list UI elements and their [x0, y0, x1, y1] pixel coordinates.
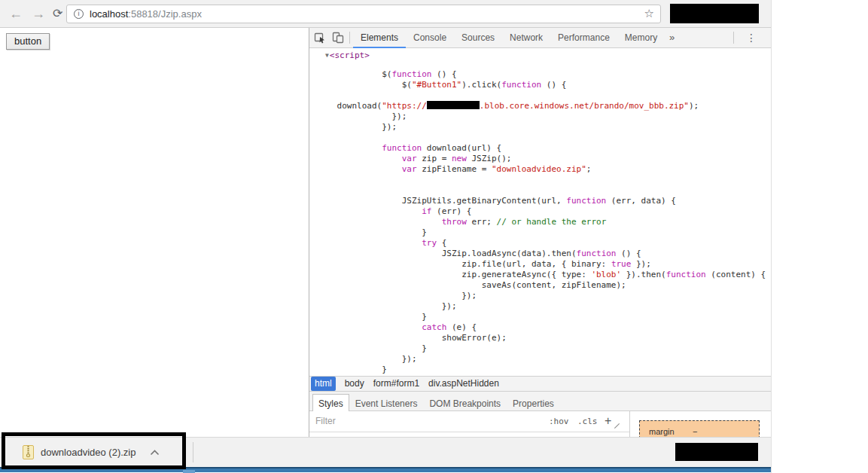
redaction-overlay-showall: [675, 443, 758, 461]
toolbar-separator: [733, 32, 734, 44]
code-line: var zipFilename = "downloadvideo.zip";: [332, 164, 766, 175]
devtools-tabs: ElementsConsoleSourcesNetworkPerformance…: [353, 28, 665, 47]
tab-sources[interactable]: Sources: [454, 28, 502, 47]
browser-toolbar: ← → ⟳ i localhost:58818/Jzip.aspx ☆: [0, 0, 772, 28]
code-line: $("#Button1").click(function () {: [332, 80, 766, 90]
forward-icon[interactable]: →: [32, 5, 45, 23]
url-host: localhost: [90, 8, 128, 20]
code-line: [332, 175, 766, 185]
tab-memory[interactable]: Memory: [617, 28, 665, 47]
shelf-separator: [193, 442, 193, 462]
breadcrumb-form-form1[interactable]: form#form1: [373, 377, 419, 391]
code-line: zip.file(url, data, { binary: true });: [332, 259, 766, 270]
tab-performance[interactable]: Performance: [550, 28, 617, 47]
margin-value: −: [693, 427, 697, 436]
code-line: });: [332, 122, 766, 133]
new-style-rule-button[interactable]: +: [605, 411, 611, 431]
reload-icon[interactable]: ⟳: [53, 5, 62, 23]
dom-breadcrumb: htmlbodyform#form1div.aspNetHidden: [309, 376, 772, 392]
page-button[interactable]: button: [6, 33, 50, 50]
styles-filter-row: Filter :hov .cls +: [309, 411, 629, 432]
code-line: });: [332, 301, 766, 312]
code-line: saveAs(content, zipFilename);: [332, 280, 766, 291]
code-line: if (err) {: [332, 206, 766, 217]
code-line: }: [332, 365, 766, 375]
code-line: });: [332, 111, 766, 122]
bookmark-star-icon[interactable]: ☆: [644, 7, 654, 20]
address-bar[interactable]: i localhost:58818/Jzip.aspx ☆: [66, 5, 661, 23]
toggle-hover-state-button[interactable]: :hov: [549, 411, 569, 432]
margin-label: margin: [649, 427, 675, 436]
styles-pane-tabs: StylesEvent ListenersDOM BreakpointsProp…: [309, 392, 772, 411]
tab-console[interactable]: Console: [406, 28, 454, 47]
code-line: $(function () {: [332, 69, 766, 80]
url-text: localhost:58818/Jzip.aspx: [90, 5, 202, 23]
tab-elements[interactable]: Elements: [353, 29, 406, 48]
code-line: });: [332, 291, 766, 301]
code-line: try {: [332, 238, 766, 249]
pane-separator: [629, 411, 630, 437]
devtools-panel: ElementsConsoleSourcesNetworkPerformance…: [309, 28, 772, 437]
back-icon[interactable]: ←: [9, 5, 23, 23]
breadcrumb-body[interactable]: body: [345, 377, 364, 391]
code-line: download("https://.blob.core.windows.net…: [332, 101, 766, 111]
more-tabs-icon[interactable]: »: [669, 28, 675, 47]
tab-network[interactable]: Network: [502, 28, 550, 47]
code-line: function download(url) {: [332, 143, 766, 154]
code-line: }: [332, 312, 766, 322]
devtools-menu-icon[interactable]: ⋮: [746, 28, 757, 47]
devtools-menu-icon-clipped[interactable]: ⋮: [767, 28, 772, 47]
url-path: :58818/Jzip.aspx: [128, 8, 202, 20]
redaction-overlay-top: [670, 4, 759, 23]
script-source-code: $(function () { $("#Button1").click(func…: [332, 69, 766, 375]
inspect-element-icon[interactable]: [314, 32, 326, 44]
code-line: JSZipUtils.getBinaryContent(url, functio…: [332, 196, 766, 206]
code-line: [332, 90, 766, 101]
code-redaction-overlay: [427, 101, 480, 109]
code-line: throw err; // or handle the error: [332, 217, 766, 227]
code-line: }: [332, 227, 766, 238]
boxmodel-margin-box[interactable]: margin −: [639, 420, 760, 437]
code-line: showError(e);: [332, 333, 766, 343]
code-line: catch (e) {: [332, 322, 766, 333]
code-line: var zip = new JSZip();: [332, 154, 766, 164]
code-line: zip.generateAsync({ type: 'blob' }).then…: [332, 270, 766, 280]
taskbar-highlight: [183, 470, 195, 473]
filter-input[interactable]: Filter: [315, 411, 336, 432]
breadcrumb-html[interactable]: html: [311, 377, 336, 391]
code-line: [332, 185, 766, 196]
browser-window: ← → ⟳ i localhost:58818/Jzip.aspx ☆ butt…: [0, 0, 772, 473]
toolbar-separator: [349, 32, 350, 44]
resize-grip-icon: [614, 423, 620, 429]
code-line: });: [332, 354, 766, 365]
expand-arrow-icon[interactable]: ▼: [325, 52, 329, 59]
code-line: [332, 133, 766, 143]
device-toolbar-icon[interactable]: [332, 32, 344, 44]
script-tag-label: <script>: [330, 50, 370, 60]
devtools-toolbar: ElementsConsoleSourcesNetworkPerformance…: [309, 28, 772, 48]
code-line: }: [332, 343, 766, 354]
dom-node-script[interactable]: ▼<script>: [325, 50, 370, 61]
annotation-highlight-box: [2, 432, 186, 469]
toggle-class-button[interactable]: .cls: [577, 411, 598, 432]
breadcrumb-div-aspnethidden[interactable]: div.aspNetHidden: [428, 377, 499, 391]
page-info-icon[interactable]: i: [74, 9, 84, 19]
code-line: JSZip.loadAsync(data).then(function () {: [332, 249, 766, 259]
